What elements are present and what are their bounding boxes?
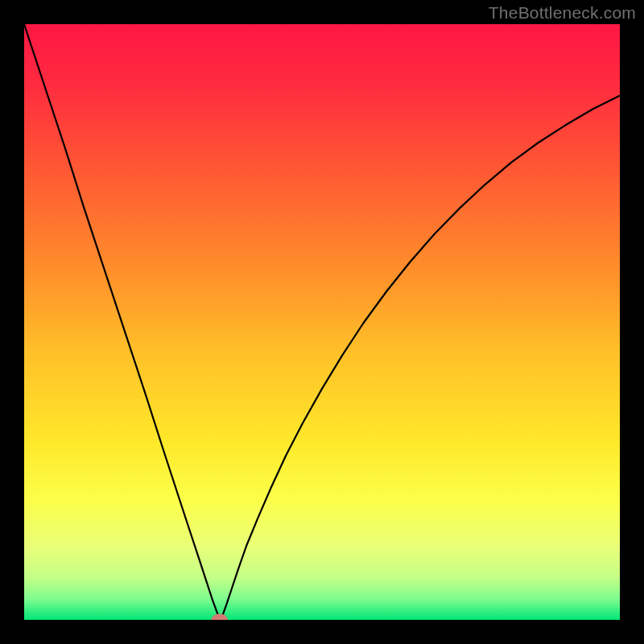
chart-svg [24,24,620,620]
chart-background [24,24,620,620]
chart-plot-area [24,24,620,620]
chart-frame: TheBottleneck.com [0,0,644,644]
watermark-label: TheBottleneck.com [489,3,636,23]
